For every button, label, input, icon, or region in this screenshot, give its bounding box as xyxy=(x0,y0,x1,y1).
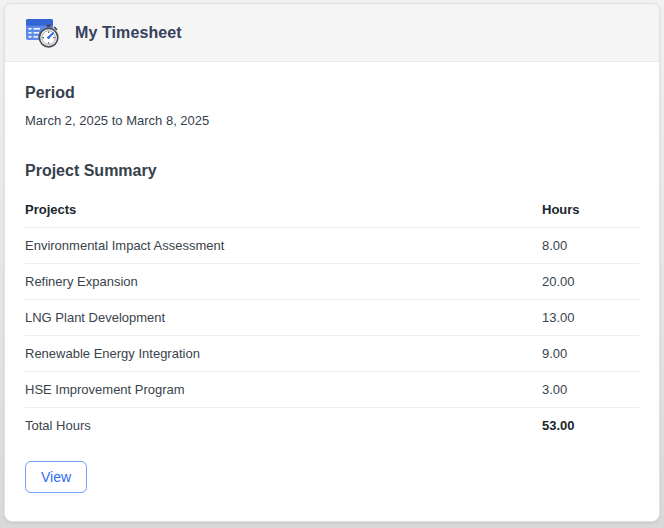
project-summary-table: Projects Hours Environmental Impact Asse… xyxy=(25,192,639,443)
project-name-cell: HSE Improvement Program xyxy=(25,372,542,408)
project-name-cell: LNG Plant Development xyxy=(25,300,542,336)
project-name-cell: Refinery Expansion xyxy=(25,264,542,300)
project-hours-cell: 3.00 xyxy=(542,372,639,408)
page-title: My Timesheet xyxy=(75,24,182,42)
project-name-cell: Environmental Impact Assessment xyxy=(25,228,542,264)
table-row: Renewable Energy Integration 9.00 xyxy=(25,336,639,372)
total-hours-cell: 53.00 xyxy=(542,408,639,444)
column-header-projects: Projects xyxy=(25,192,542,228)
total-row: Total Hours 53.00 xyxy=(25,408,639,444)
table-row: Environmental Impact Assessment 8.00 xyxy=(25,228,639,264)
table-row: HSE Improvement Program 3.00 xyxy=(25,372,639,408)
project-hours-cell: 13.00 xyxy=(542,300,639,336)
table-row: LNG Plant Development 13.00 xyxy=(25,300,639,336)
project-hours-cell: 9.00 xyxy=(542,336,639,372)
period-range: March 2, 2025 to March 8, 2025 xyxy=(25,112,639,130)
timesheet-icon xyxy=(25,16,62,50)
view-button[interactable]: View xyxy=(25,461,87,493)
card-body: Period March 2, 2025 to March 8, 2025 Pr… xyxy=(5,62,659,521)
project-hours-cell: 8.00 xyxy=(542,228,639,264)
project-hours-cell: 20.00 xyxy=(542,264,639,300)
card-header: My Timesheet xyxy=(5,4,659,62)
table-header-row: Projects Hours xyxy=(25,192,639,228)
timesheet-table-body: Environmental Impact Assessment 8.00 Ref… xyxy=(25,228,639,444)
project-name-cell: Renewable Energy Integration xyxy=(25,336,542,372)
column-header-hours: Hours xyxy=(542,192,639,228)
timesheet-card: My Timesheet Period March 2, 2025 to Mar… xyxy=(4,3,660,522)
table-row: Refinery Expansion 20.00 xyxy=(25,264,639,300)
period-heading: Period xyxy=(25,82,639,104)
total-label-cell: Total Hours xyxy=(25,408,542,444)
project-summary-heading: Project Summary xyxy=(25,160,639,182)
